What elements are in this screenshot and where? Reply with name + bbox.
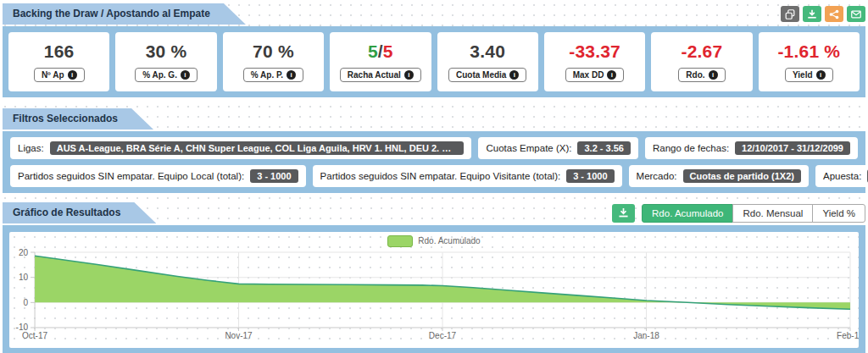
filter-label: Ligas:	[18, 143, 44, 153]
stat-label-badge[interactable]: % Ap. P.i	[243, 68, 303, 82]
stat-card: 166Nº Api	[8, 32, 109, 91]
share-button[interactable]	[825, 6, 843, 22]
header-actions	[781, 6, 865, 22]
filter-row: Partidos seguidos SIN empatar. Equipo Lo…	[10, 165, 858, 187]
filter-label: Partidos seguidos SIN empatar. Equipo Vi…	[320, 171, 561, 181]
info-icon[interactable]: i	[68, 70, 77, 80]
stat-label-badge[interactable]: % Ap. G.i	[135, 68, 198, 82]
filter-row: Ligas:AUS A-League, BRA Série A, CHN Sup…	[10, 137, 858, 159]
chart-section-title: Gráfico de Resultados	[13, 207, 120, 218]
download-button[interactable]	[803, 6, 821, 22]
filter-label: Rango de fechas:	[653, 143, 729, 153]
stat-value: 70 %	[253, 41, 294, 62]
chart-legend[interactable]: Rdo. Acumulado	[9, 232, 859, 248]
info-icon[interactable]: i	[509, 70, 519, 80]
strategy-header-row: Backing the Draw / Apostando al Empate	[3, 3, 865, 25]
clone-strategy-button[interactable]	[781, 6, 799, 22]
stat-label-badge[interactable]: Rdo.i	[678, 68, 725, 82]
chart-controls: Rdo. AcumuladoRdo. MensualYield %	[612, 204, 865, 223]
svg-text:10: 10	[19, 273, 29, 282]
betting-dashboard: Backing the Draw / Apostando al Empate 1…	[0, 0, 868, 353]
info-icon[interactable]: i	[607, 70, 616, 80]
stat-value: -33.37	[569, 41, 620, 62]
svg-text:Oct-17: Oct-17	[22, 331, 47, 340]
stat-card: 3.40Cuota Mediai	[437, 32, 538, 91]
stat-card: -1.61 %Yieldi	[759, 32, 860, 91]
legend-swatch-icon	[387, 235, 413, 247]
stat-value: 30 %	[146, 41, 187, 62]
stat-card: -33.37Max DDi	[544, 32, 645, 91]
filter-value-chip[interactable]: Cuotas de partido (1X2)	[683, 169, 801, 183]
chart-band: Rdo. Acumulado 20100-10Oct-17Nov-17Dec-1…	[3, 225, 865, 353]
legend-label: Rdo. Acumulado	[418, 236, 480, 245]
stat-label-badge[interactable]: Cuota Mediai	[448, 68, 526, 82]
stat-value: -1.61 %	[777, 41, 840, 62]
chart-title-tab: Gráfico de Resultados	[3, 202, 156, 223]
stat-card: 5/5Racha Actuali	[330, 32, 431, 91]
filter-value-chip[interactable]: 3 - 1000	[566, 169, 614, 183]
filters-band: Ligas:AUS A-League, BRA Série A, CHN Sup…	[3, 131, 865, 193]
svg-text:Jan-18: Jan-18	[633, 331, 659, 340]
filter-item: Ligas:AUS A-League, BRA Série A, CHN Sup…	[10, 137, 471, 159]
info-icon[interactable]: i	[709, 70, 718, 80]
chart-mode-yield[interactable]: Yield %	[812, 204, 865, 223]
filter-label: Apuesta:	[823, 171, 861, 181]
stat-card: -2.67Rdo.i	[651, 32, 752, 91]
stat-value: 166	[44, 41, 75, 62]
stat-label-badge[interactable]: Racha Actuali	[340, 68, 421, 82]
svg-text:20: 20	[19, 248, 29, 256]
chart-mode-rdo-acumulado[interactable]: Rdo. Acumulado	[642, 204, 733, 223]
info-icon[interactable]: i	[404, 70, 414, 80]
share-icon	[828, 8, 840, 20]
svg-text:Dec-17: Dec-17	[429, 331, 457, 340]
results-chart: Rdo. Acumulado 20100-10Oct-17Nov-17Dec-1…	[9, 232, 859, 348]
filter-value-chip[interactable]: 3.2 - 3.56	[577, 141, 630, 155]
filter-item: Cuotas Empate (X):3.2 - 3.56	[478, 137, 637, 159]
stat-label-badge[interactable]: Max DDi	[565, 68, 625, 82]
chart-download-button[interactable]	[612, 204, 635, 223]
filter-label: Cuotas Empate (X):	[486, 143, 571, 153]
stats-band: 166Nº Api30 %% Ap. G.i70 %% Ap. P.i5/5Ra…	[3, 26, 865, 97]
filters-header-row: Filtros Seleccionados	[3, 108, 865, 130]
stat-value: 5/5	[368, 41, 393, 62]
page-title: Backing the Draw / Apostando al Empate	[13, 8, 210, 19]
svg-text:Feb-18: Feb-18	[837, 331, 859, 340]
filter-value-chip[interactable]: 3 - 1000	[250, 169, 298, 183]
filter-value-chip[interactable]: 12/10/2017 - 31/12/2099	[735, 141, 850, 155]
chart-mode-button-group: Rdo. AcumuladoRdo. MensualYield %	[642, 204, 865, 223]
info-icon[interactable]: i	[287, 70, 296, 80]
filter-item: Mercado:Cuotas de partido (1X2)	[629, 165, 809, 187]
stat-value: 3.40	[470, 41, 505, 62]
info-icon[interactable]: i	[816, 70, 826, 80]
filter-item: Partidos seguidos SIN empatar. Equipo Vi…	[313, 165, 622, 187]
mail-icon	[850, 8, 862, 20]
download-icon	[617, 207, 630, 219]
filter-value-chip[interactable]: AUS A-League, BRA Série A, CHN Super Lea…	[50, 141, 465, 155]
filter-item: Partidos seguidos SIN empatar. Equipo Lo…	[10, 165, 306, 187]
stat-label-badge[interactable]: Nº Api	[34, 68, 85, 82]
filters-title-tab: Filtros Seleccionados	[3, 108, 153, 130]
stat-card: 30 %% Ap. G.i	[115, 32, 216, 91]
chart-header-row: Gráfico de Resultados Rdo. AcumuladoRdo.…	[3, 202, 865, 223]
filter-item: Rango de fechas:12/10/2017 - 31/12/2099	[645, 137, 858, 159]
filters-section-title: Filtros Seleccionados	[13, 113, 118, 124]
svg-text:0: 0	[23, 298, 28, 307]
filter-item: Apuesta:Empate	[815, 165, 868, 187]
stat-label-badge[interactable]: Yieldi	[785, 68, 833, 82]
stat-card: 70 %% Ap. P.i	[223, 32, 324, 91]
svg-text:Nov-17: Nov-17	[225, 331, 253, 340]
info-icon[interactable]: i	[181, 70, 190, 80]
email-button[interactable]	[847, 6, 865, 22]
download-icon	[806, 8, 818, 20]
area-chart-plot: 20100-10Oct-17Nov-17Dec-17Jan-18Feb-18	[9, 248, 859, 346]
chart-mode-rdo-mensual[interactable]: Rdo. Mensual	[732, 204, 813, 223]
filter-label: Partidos seguidos SIN empatar. Equipo Lo…	[18, 171, 244, 181]
strategy-title-tab: Backing the Draw / Apostando al Empate	[3, 3, 246, 25]
filter-label: Mercado:	[637, 171, 677, 181]
clone-icon	[784, 8, 796, 20]
stat-value: -2.67	[682, 41, 723, 62]
